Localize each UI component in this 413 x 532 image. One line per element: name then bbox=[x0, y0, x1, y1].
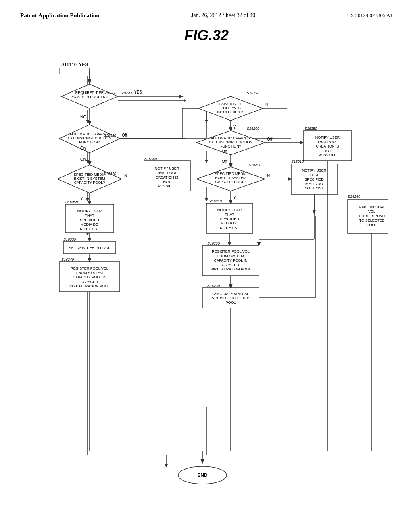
svg-text:THAT: THAT bbox=[225, 212, 234, 216]
svg-text:NOTIFY USER: NOTIFY USER bbox=[77, 209, 102, 213]
svg-text:CAPACITY POOL?: CAPACITY POOL? bbox=[74, 181, 105, 185]
svg-text:POOL: POOL bbox=[367, 223, 377, 227]
svg-text:Off: Off bbox=[122, 133, 127, 137]
svg-text:NOT EXIST: NOT EXIST bbox=[80, 227, 99, 231]
svg-text:FUNCTION?: FUNCTION? bbox=[79, 140, 100, 144]
svg-text:S16360: S16360 bbox=[144, 157, 157, 161]
svg-text:NOTIFY USER: NOTIFY USER bbox=[155, 166, 179, 170]
header-center: Jan. 26, 2012 Sheet 32 of 40 bbox=[191, 12, 255, 19]
svg-text:CAPACITY POOL IN: CAPACITY POOL IN bbox=[214, 258, 248, 262]
svg-text:THAT POOL: THAT POOL bbox=[317, 140, 338, 144]
svg-text:NOT EXIST: NOT EXIST bbox=[305, 186, 324, 190]
svg-text:POSSIBLE: POSSIBLE bbox=[319, 153, 337, 157]
svg-text:S'16210: S'16210 bbox=[209, 199, 222, 203]
svg-text:NOTIFY USER: NOTIFY USER bbox=[302, 168, 327, 172]
svg-text:S16320: S16320 bbox=[104, 172, 116, 176]
svg-text:S16300: S16300 bbox=[104, 91, 116, 95]
svg-text:THAT: THAT bbox=[85, 214, 94, 218]
svg-text:FROM SYSTEM: FROM SYSTEM bbox=[76, 271, 103, 275]
svg-text:YES: YES bbox=[134, 90, 142, 94]
flowchart-svg: YES S16300 NO Off On N Y bbox=[25, 56, 388, 499]
svg-text:CAPACITY POOL?: CAPACITY POOL? bbox=[215, 180, 246, 184]
svg-text:POOL #N IS: POOL #N IS bbox=[221, 106, 241, 110]
svg-text:On: On bbox=[222, 159, 227, 164]
header: Patent Application Publication Jan. 26, … bbox=[20, 12, 393, 19]
svg-text:TO SELECTED: TO SELECTED bbox=[359, 218, 385, 222]
svg-text:REGISTER POOL VOL: REGISTER POOL VOL bbox=[71, 266, 108, 270]
svg-text:REQUIRED TIER: REQUIRED TIER bbox=[75, 91, 104, 95]
svg-text:SPECIFIED: SPECIFIED bbox=[305, 177, 324, 181]
svg-text:FUNCTION?: FUNCTION? bbox=[220, 144, 241, 148]
svg-text:SPECIFIED: SPECIFIED bbox=[220, 217, 239, 221]
svg-text:EXISTS IN POOL #N?: EXISTS IN POOL #N? bbox=[71, 95, 108, 99]
svg-text:On: On bbox=[222, 149, 227, 154]
svg-text:CAPACITY: CAPACITY bbox=[222, 263, 240, 267]
svg-text:Y: Y bbox=[233, 125, 236, 129]
svg-text:S16390: S16390 bbox=[249, 163, 261, 167]
svg-text:MAKE VIRTUAL: MAKE VIRTUAL bbox=[359, 205, 385, 209]
svg-text:AUTOMATIC CAPACITY: AUTOMATIC CAPACITY bbox=[211, 136, 250, 140]
svg-text:VIRTUALIZATION POOL: VIRTUALIZATION POOL bbox=[69, 284, 110, 288]
svg-text:EXTENSION/REDUCTION: EXTENSION/REDUCTION bbox=[209, 140, 252, 144]
svg-text:On: On bbox=[80, 146, 86, 150]
svg-text:INSUFFICIENT?: INSUFFICIENT? bbox=[217, 110, 244, 114]
svg-text:THAT POOL: THAT POOL bbox=[157, 171, 177, 175]
svg-text:MEDIA DO: MEDIA DO bbox=[305, 182, 323, 186]
header-right: US 2012/0023305 A1 bbox=[347, 12, 393, 19]
svg-text:POSSIBLE: POSSIBLE bbox=[158, 184, 176, 188]
svg-text:S16300: S16300 bbox=[121, 91, 133, 95]
svg-text:Y: Y bbox=[233, 195, 236, 200]
svg-text:CORRESPOND: CORRESPOND bbox=[359, 214, 385, 218]
svg-text:On: On bbox=[80, 157, 86, 162]
svg-text:NOT EXIST: NOT EXIST bbox=[220, 226, 239, 230]
svg-text:VOL: VOL bbox=[368, 210, 375, 214]
svg-text:NOTIFY USER: NOTIFY USER bbox=[315, 135, 340, 139]
figure-title: FIG.32 bbox=[20, 27, 393, 44]
svg-text:Off: Off bbox=[267, 137, 272, 141]
svg-text:POOL: POOL bbox=[225, 301, 236, 305]
svg-text:S16230: S16230 bbox=[207, 284, 220, 288]
svg-text:CREATION IS: CREATION IS bbox=[316, 144, 339, 148]
svg-text:S16210: S16210 bbox=[291, 160, 304, 164]
svg-text:CAPACITY POOL IN: CAPACITY POOL IN bbox=[73, 275, 106, 279]
svg-text:FROM SYSTEM: FROM SYSTEM bbox=[217, 254, 244, 258]
svg-text:S16350: S16350 bbox=[65, 200, 78, 204]
svg-text:MEDIA DO: MEDIA DO bbox=[81, 222, 98, 227]
svg-text:REGISTER POOL VOL: REGISTER POOL VOL bbox=[212, 249, 250, 254]
svg-text:THAT: THAT bbox=[310, 173, 319, 177]
svg-text:NOT: NOT bbox=[163, 180, 171, 184]
svg-text:S16200: S16200 bbox=[247, 127, 259, 131]
svg-text:VIRTUALIZATION POOL: VIRTUALIZATION POOL bbox=[211, 267, 251, 271]
svg-text:S16220: S16220 bbox=[207, 241, 220, 245]
svg-text:N: N bbox=[267, 173, 270, 178]
svg-text:N: N bbox=[265, 103, 268, 107]
svg-text:SPECIFIED: SPECIFIED bbox=[80, 218, 99, 222]
svg-text:S16260: S16260 bbox=[348, 195, 360, 199]
svg-text:NO: NO bbox=[80, 115, 86, 119]
svg-text:N: N bbox=[124, 173, 127, 178]
svg-text:Y: Y bbox=[80, 197, 83, 201]
svg-text:S16310: S16310 bbox=[104, 133, 116, 137]
diagram: YES S16300 NO Off On N Y bbox=[25, 56, 388, 499]
svg-text:NOT: NOT bbox=[324, 149, 332, 153]
svg-text:S16190: S16190 bbox=[247, 91, 259, 95]
svg-text:S16340: S16340 bbox=[61, 258, 74, 262]
svg-text:CAPACITY: CAPACITY bbox=[81, 280, 98, 284]
svg-text:NOTIFY USER: NOTIFY USER bbox=[217, 208, 242, 212]
svg-text:EXIST IN SYSTEM: EXIST IN SYSTEM bbox=[74, 177, 105, 181]
header-left: Patent Application Publication bbox=[20, 12, 100, 19]
svg-text:SET NEW TIER IN POOL: SET NEW TIER IN POOL bbox=[69, 246, 111, 250]
svg-text:CREATION IS: CREATION IS bbox=[156, 175, 179, 179]
svg-text:SPECIFIED MEDIA: SPECIFIED MEDIA bbox=[74, 172, 106, 177]
svg-text:SPECIFIED MEDIA: SPECIFIED MEDIA bbox=[215, 172, 247, 176]
svg-text:MEDIA DO: MEDIA DO bbox=[221, 221, 238, 225]
svg-text:S16330: S16330 bbox=[63, 237, 76, 241]
svg-text:VOL WITH SELECTED: VOL WITH SELECTED bbox=[212, 296, 250, 300]
page: Patent Application Publication Jan. 26, … bbox=[0, 0, 413, 532]
svg-text:S16250: S16250 bbox=[305, 127, 317, 131]
svg-text:END: END bbox=[197, 472, 208, 478]
svg-text:ASSOCIATE VIRTUAL: ASSOCIATE VIRTUAL bbox=[212, 292, 249, 296]
svg-text:S16110: YES: S16110: YES bbox=[61, 62, 88, 67]
svg-text:EXIST IN SYSTEM: EXIST IN SYSTEM bbox=[215, 176, 246, 180]
svg-text:CAPACITY OF: CAPACITY OF bbox=[219, 102, 243, 106]
